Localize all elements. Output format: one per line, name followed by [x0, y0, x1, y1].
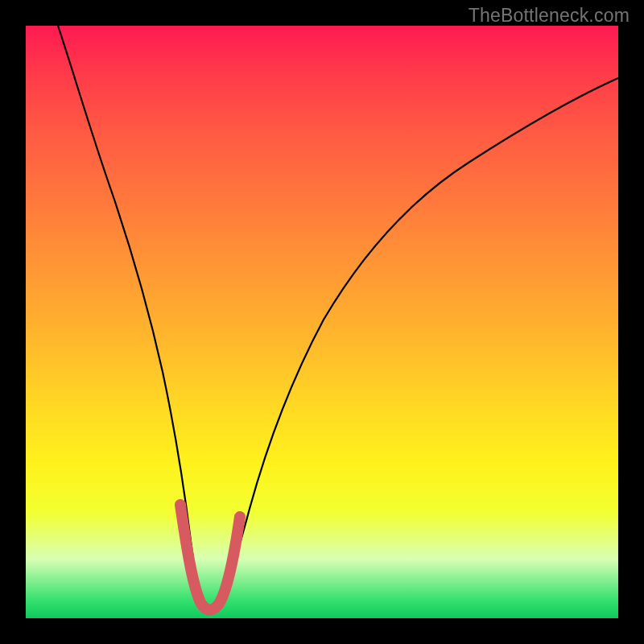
main-curve: [58, 26, 618, 609]
chart-svg: [26, 26, 618, 618]
watermark-text: TheBottleneck.com: [469, 5, 630, 27]
chart-frame: TheBottleneck.com: [0, 0, 644, 644]
plot-area: [26, 26, 618, 618]
highlight-curve: [180, 505, 240, 610]
